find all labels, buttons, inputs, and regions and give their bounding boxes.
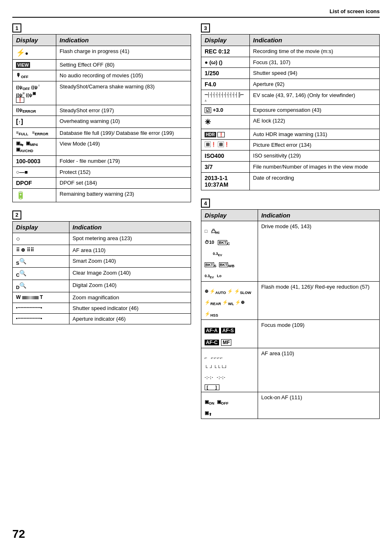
- section-label-2: 2: [12, 211, 21, 220]
- display-cell: 🔋: [13, 188, 56, 202]
- table-row: ≡FULL ≡ERROR Database file full (199)/ D…: [13, 128, 191, 139]
- indication-cell: ISO sensitivity (129): [249, 150, 379, 162]
- table-row: ● (ω) () Focus (31, 107): [201, 57, 380, 68]
- table-row: AF-A AF-S AF-C MF Focus mode (109): [201, 319, 380, 348]
- section-1: 1 Display Indication ⚡● Flash charge in …: [12, 23, 191, 202]
- indication-cell: Lock-on AF (111): [258, 392, 379, 419]
- indication-cell: Picture Effect error (134): [249, 140, 379, 150]
- display-cell: □ 凸Hi ⏱10 BKTC 0.3EV BKTS BKTWB 0.3EV Lo: [201, 221, 258, 282]
- display-cell: REC 0:12: [201, 46, 250, 57]
- display-cell: ⌐ ⌐⌐⌐⌐ └ ┘└└└┘ ·:·:· ·:·:· [ ]: [201, 348, 258, 392]
- table-row: ☑ +3.0 Exposure compensation (43): [201, 105, 380, 116]
- af-s-badge: AF-S: [221, 328, 235, 333]
- hdr-badge: HDR: [205, 132, 216, 137]
- page-number: 72: [12, 528, 25, 541]
- display-cell: ⊞❗ ⊞❗: [201, 140, 250, 150]
- indication-cell: Clear Image Zoom (140): [69, 268, 191, 280]
- table-row: 3/7 File number/Number of images in the …: [201, 162, 380, 173]
- exc-badge: ❗: [217, 132, 225, 137]
- table-row: ╌┤┤┤┤┤┤┤┤┤┤┤╠╌▴ EV scale (43, 97, 146) (…: [201, 90, 380, 105]
- display-cell: S🔍: [13, 255, 69, 268]
- display-cell: ≡FULL ≡ERROR: [13, 128, 56, 139]
- indication-cell: Flash mode (41, 126)/ Red-eye reduction …: [258, 282, 379, 320]
- display-cell: 🎙OFF: [13, 70, 56, 81]
- col-display-1: Display: [13, 35, 56, 46]
- indication-cell: SteadyShot error (197): [56, 105, 191, 116]
- indication-cell: Recording time of the movie (m:s): [249, 46, 379, 57]
- display-cell: HDR ❗: [201, 129, 250, 140]
- table-section-2: Display Indication ○ Spot metering area …: [12, 221, 191, 324]
- indication-cell: AF area (110): [69, 245, 191, 255]
- col-display-3: Display: [201, 35, 250, 46]
- section-label-1: 1: [12, 23, 21, 32]
- display-cell: ((ψOFF ((ψ♀((ψ≡ ((ψ▣❗: [13, 81, 56, 105]
- display-cell: F4.0: [201, 79, 250, 90]
- table-row: ((ψERROR SteadyShot error (197): [13, 105, 191, 116]
- af-c-badge: AF-C: [205, 340, 219, 345]
- indication-cell: Smart Zoom (140): [69, 255, 191, 268]
- table-row: HDR ❗ Auto HDR image warning (131): [201, 129, 380, 140]
- indication-cell: Folder - file number (179): [56, 155, 191, 167]
- indication-cell: Protect (152): [56, 167, 191, 177]
- display-cell: ⊕ ⚡AUTO ⚡ ⚡SLOW ⚡REAR ⚡WL ⚡⊕ ⚡HSS: [201, 282, 258, 320]
- indication-cell: Digital Zoom (140): [69, 280, 191, 292]
- display-cell: ○: [13, 233, 69, 245]
- table-section-1: Display Indication ⚡● Flash charge in pr…: [12, 34, 191, 202]
- display-cell: W T: [13, 292, 69, 303]
- table-row: ⚡● Flash charge in progress (41): [13, 46, 191, 60]
- table-row: ○—■ Protect (152): [13, 167, 191, 177]
- table-row: W T Zoom magnification: [13, 292, 191, 303]
- indication-cell: Overheating warning (10): [56, 116, 191, 128]
- display-cell: ⠿ ⊕ ⠿⠿: [13, 245, 69, 255]
- table-row: ▣ON ▣OFF ▣⬆ Lock-on AF (111): [201, 392, 380, 419]
- table-row: S🔍 Smart Zoom (140): [13, 255, 191, 268]
- display-cell: 2013-1-110:37AM: [201, 173, 250, 190]
- indication-cell: Database file full (199)/ Database file …: [56, 128, 191, 139]
- indication-cell: Spot metering area (123): [69, 233, 191, 245]
- indication-cell: Aperture (92): [249, 79, 379, 90]
- table-row: 2013-1-110:37AM Date of recording: [201, 173, 380, 190]
- col-display-2: Display: [13, 221, 69, 233]
- display-cell: ▪╌╌╌╌╌╌╌╌▪: [13, 303, 69, 314]
- table-section-4: Display Indication □ 凸Hi ⏱10 BKTC 0.3EV …: [201, 209, 380, 419]
- display-cell: ✳: [201, 116, 250, 129]
- display-cell: ○—■: [13, 167, 56, 177]
- indication-cell: Remaining battery warning (23): [56, 188, 191, 202]
- display-cell: 3/7: [201, 162, 250, 173]
- col-indication-4: Indication: [258, 210, 379, 221]
- table-row: ✳ AE lock (122): [201, 116, 380, 129]
- page-header: List of screen icons: [12, 8, 380, 18]
- indication-cell: SteadyShot/Camera shake warning (83): [56, 81, 191, 105]
- table-row: VIEW Setting Effect OFF (80): [13, 60, 191, 70]
- display-cell: ▪╌╌╌╌╌╌╌╌▪: [13, 314, 69, 324]
- display-cell: ▣⇆ ▣MP4▣AVCHD: [13, 139, 56, 155]
- table-row: ▣⇆ ▣MP4▣AVCHD View Mode (149): [13, 139, 191, 155]
- indication-cell: AF area (110): [258, 348, 379, 392]
- indication-cell: Exposure compensation (43): [249, 105, 379, 116]
- table-row: ▪╌╌╌╌╌╌╌╌▪ Aperture indicator (46): [13, 314, 191, 324]
- section-3: 3 Display Indication REC 0:12 Recording …: [201, 23, 380, 190]
- indication-cell: Drive mode (45, 143): [258, 221, 379, 282]
- section-label-3: 3: [201, 23, 210, 32]
- col-indication-2: Indication: [69, 221, 191, 233]
- table-row: REC 0:12 Recording time of the movie (m:…: [201, 46, 380, 57]
- display-cell: 100-0003: [13, 155, 56, 167]
- display-cell: VIEW: [13, 60, 56, 70]
- table-row: C🔍 Clear Image Zoom (140): [13, 268, 191, 280]
- table-row: F4.0 Aperture (92): [201, 79, 380, 90]
- table-row: D🔍 Digital Zoom (140): [13, 280, 191, 292]
- display-cell: ╌┤┤┤┤┤┤┤┤┤┤┤╠╌▴: [201, 90, 250, 105]
- view-badge: VIEW: [16, 62, 30, 68]
- indication-cell: Focus mode (109): [258, 319, 379, 348]
- indication-cell: Focus (31, 107): [249, 57, 379, 68]
- mf-badge: MF: [221, 339, 231, 346]
- indication-cell: Zoom magnification: [69, 292, 191, 303]
- display-cell: ISO400: [201, 150, 250, 162]
- display-cell: [↑]: [13, 116, 56, 128]
- table-row: □ 凸Hi ⏱10 BKTC 0.3EV BKTS BKTWB 0.3EV Lo…: [201, 221, 380, 282]
- indication-cell: Shutter speed indicator (46): [69, 303, 191, 314]
- indication-cell: Aperture indicator (46): [69, 314, 191, 324]
- display-cell: 1/250: [201, 68, 250, 79]
- indication-cell: Shutter speed (94): [249, 68, 379, 79]
- indication-cell: Date of recording: [249, 173, 379, 190]
